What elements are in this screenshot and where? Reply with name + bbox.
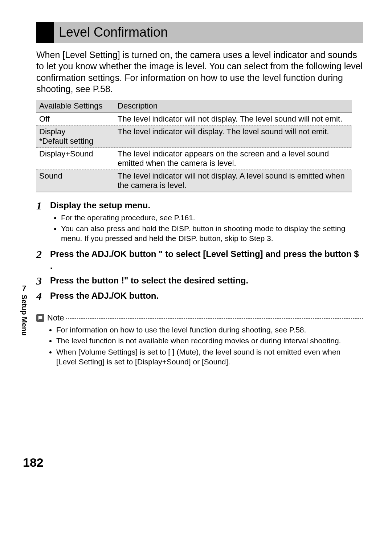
table-row: Display+Sound The level indicator appear… xyxy=(36,148,352,170)
step-item: 1 Display the setup menu. For the operat… xyxy=(36,200,363,245)
setting-desc: The level indicator will display. The le… xyxy=(115,126,352,148)
table-row: Display *Default setting The level indic… xyxy=(36,126,352,148)
steps-list: 1 Display the setup menu. For the operat… xyxy=(36,200,363,302)
setting-desc: The level indicator will not display. A … xyxy=(115,170,352,192)
title-marker xyxy=(36,22,54,43)
step-number: 1 xyxy=(36,200,50,245)
step-title: Display the setup menu. xyxy=(50,200,363,211)
step-title: Press the ADJ./OK button. xyxy=(50,290,363,302)
step-title: Press the ADJ./OK button " to select [Le… xyxy=(50,248,363,272)
section-title-bar: Level Confirmation xyxy=(36,22,363,43)
chapter-label: Setup Menu xyxy=(20,295,28,336)
note-block: Note For information on how to use the l… xyxy=(36,313,363,367)
note-icon xyxy=(36,314,44,322)
section-title: Level Confirmation xyxy=(54,22,173,43)
setting-name: Sound xyxy=(36,170,115,192)
step-number: 4 xyxy=(36,290,50,302)
step-item: 2 Press the ADJ./OK button " to select [… xyxy=(36,248,363,272)
note-bullet: For information on how to use the level … xyxy=(56,325,363,335)
note-bullet: When [Volume Settings] is set to [ ] (Mu… xyxy=(56,347,363,367)
setting-name: Off xyxy=(36,113,115,126)
table-header-description: Description xyxy=(115,100,352,113)
chapter-number: 7 xyxy=(20,284,28,293)
setting-name: Display+Sound xyxy=(36,148,115,170)
step-item: 3 Press the button !" to select the desi… xyxy=(36,275,363,287)
step-bullet: For the operating procedure, see P.161. xyxy=(61,213,363,222)
note-bullet: The level function is not available when… xyxy=(56,336,363,345)
step-title: Press the button !" to select the desire… xyxy=(50,275,363,286)
step-item: 4 Press the ADJ./OK button. xyxy=(36,290,363,302)
step-number: 3 xyxy=(36,275,50,287)
intro-paragraph: When [Level Setting] is turned on, the c… xyxy=(36,49,363,95)
step-bullet: You can also press and hold the DISP. bu… xyxy=(61,224,363,244)
table-row: Sound The level indicator will not displ… xyxy=(36,170,352,192)
step-number: 2 xyxy=(36,248,50,272)
setting-desc: The level indicator appears on the scree… xyxy=(115,148,352,170)
page-number: 182 xyxy=(23,455,44,470)
settings-table: Available Settings Description Off The l… xyxy=(36,100,352,192)
setting-desc: The level indicator will not display. Th… xyxy=(115,113,352,126)
note-label: Note xyxy=(47,313,64,323)
note-divider xyxy=(66,318,363,319)
table-header-settings: Available Settings xyxy=(36,100,115,113)
setting-name: Display *Default setting xyxy=(36,126,115,148)
table-row: Off The level indicator will not display… xyxy=(36,113,352,126)
side-tab: 7 Setup Menu xyxy=(20,284,28,336)
